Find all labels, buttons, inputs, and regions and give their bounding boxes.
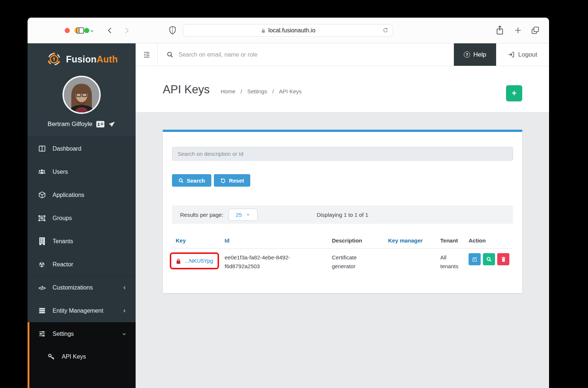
trash-icon — [501, 256, 506, 262]
breadcrumb-home[interactable]: Home — [221, 88, 236, 94]
breadcrumb: Home / Settings / API Keys — [221, 88, 302, 94]
browser-window: local.fusionauth.io — [28, 18, 549, 388]
page-header: API Keys Home / Settings / API Keys + — [136, 66, 549, 112]
question-circle-icon: ? — [464, 51, 470, 58]
undo-icon — [220, 177, 226, 183]
server-icon — [38, 307, 46, 315]
id-cell: ee0e1f3a-fa82-4ebe-8492-f6d8792a2503 — [225, 253, 302, 271]
users-icon — [38, 168, 46, 176]
sidebar-menu-chevron-icon[interactable] — [90, 29, 94, 33]
results-bar: Results per page: 25 Displaying 1 to 1 o… — [172, 205, 513, 224]
nav-label: Customizations — [53, 284, 93, 291]
add-api-key-button[interactable]: + — [506, 85, 522, 101]
code-icon: </> — [38, 284, 46, 292]
sidebar-settings-group: Settings API Keys — [28, 322, 136, 388]
panel-search-input[interactable] — [172, 147, 513, 161]
tab-overview-icon[interactable] — [531, 26, 540, 35]
close-window-button[interactable] — [65, 28, 70, 33]
reload-icon[interactable] — [382, 27, 389, 34]
nav-label: API Keys — [62, 353, 86, 360]
sidebar-toggle-icon[interactable] — [75, 26, 85, 35]
chevron-down-icon — [246, 213, 250, 216]
sliders-icon — [38, 330, 46, 338]
api-keys-panel: Search Reset Results per page: 25 — [163, 130, 522, 293]
sidebar: FusionAuth Bert — [28, 43, 136, 388]
view-key-button[interactable] — [483, 253, 495, 265]
annotation-highlight-box: ...NKU5Ypg — [170, 252, 219, 269]
edit-key-button[interactable] — [469, 253, 481, 265]
sidebar-item-api-keys[interactable]: API Keys — [29, 345, 136, 368]
sidebar-nav: Dashboard Users — [28, 137, 136, 322]
nav-label: Tenants — [53, 238, 73, 245]
nav-label: Applications — [53, 192, 84, 198]
sidebar-item-settings[interactable]: Settings — [29, 322, 136, 345]
api-key-link[interactable]: ...NKU5Ypg — [184, 256, 213, 265]
share-icon[interactable] — [495, 25, 505, 35]
results-per-page-select[interactable]: 25 — [229, 209, 258, 221]
sidebar-item-users[interactable]: Users — [28, 160, 136, 183]
fusionauth-logo-icon — [46, 51, 62, 68]
global-search-input[interactable] — [179, 51, 454, 58]
collapse-sidebar-button[interactable] — [136, 43, 158, 66]
help-label: Help — [473, 51, 486, 58]
reset-button[interactable]: Reset — [214, 174, 250, 187]
radiation-icon: ☢ — [38, 261, 46, 269]
column-header-key[interactable]: Key — [172, 237, 221, 244]
new-tab-icon[interactable] — [514, 26, 522, 35]
url-text: local.fusionauth.io — [268, 27, 315, 34]
back-button[interactable] — [105, 26, 114, 35]
column-header-description: Description — [328, 237, 384, 244]
object-group-icon — [38, 214, 46, 222]
reset-button-label: Reset — [229, 177, 244, 184]
id-card-icon[interactable] — [96, 121, 104, 127]
logout-button[interactable]: Logout — [496, 43, 549, 66]
displaying-text: Displaying 1 to 1 of 1 — [317, 212, 368, 218]
sidebar-item-customizations[interactable]: </> Customizations — [28, 276, 136, 299]
nav-label: Users — [53, 169, 68, 175]
zoom-window-button[interactable] — [84, 28, 89, 33]
logout-label: Logout — [518, 51, 537, 58]
results-per-page-label: Results per page: — [180, 212, 223, 218]
outdent-icon — [143, 51, 151, 59]
breadcrumb-settings[interactable]: Settings — [247, 88, 267, 94]
search-icon — [178, 178, 184, 183]
nav-label: Reactor — [53, 261, 73, 268]
key-icon — [47, 353, 55, 361]
browser-toolbar: local.fusionauth.io — [28, 18, 549, 43]
sidebar-item-entity-management[interactable]: Entity Management — [28, 299, 136, 322]
tls-lock-icon — [261, 28, 266, 33]
breadcrumb-separator: / — [272, 88, 274, 94]
search-button[interactable]: Search — [172, 174, 211, 187]
columns-icon — [38, 145, 46, 153]
nav-label: Settings — [53, 331, 74, 337]
brand-name-secondary: Auth — [97, 54, 118, 64]
sidebar-item-tenants[interactable]: Tenants — [28, 230, 136, 253]
sidebar-item-groups[interactable]: Groups — [28, 206, 136, 230]
building-icon — [38, 237, 46, 245]
chevron-left-icon — [122, 285, 127, 290]
column-header-id[interactable]: Id — [221, 237, 328, 244]
column-header-tenant: Tenant — [437, 237, 465, 244]
search-icon — [486, 256, 492, 262]
content-area: Search Reset Results per page: 25 — [136, 112, 549, 388]
column-header-key-manager[interactable]: Key manager — [384, 237, 437, 244]
delete-key-button[interactable] — [497, 253, 509, 265]
sidebar-item-dashboard[interactable]: Dashboard — [28, 137, 136, 160]
api-keys-table: Key Id Description Key manager Tenant Ac… — [172, 233, 513, 271]
forward-button[interactable] — [122, 26, 131, 35]
edit-icon — [472, 256, 478, 262]
paper-plane-icon[interactable] — [108, 121, 115, 128]
address-bar[interactable]: local.fusionauth.io — [183, 24, 393, 37]
user-avatar — [62, 76, 101, 114]
user-name: Bertram Gilfoyle — [48, 121, 93, 128]
brand-name-primary: Fusion — [66, 54, 97, 64]
nav-label: Dashboard — [53, 146, 81, 152]
page-title: API Keys — [163, 83, 210, 96]
sidebar-item-reactor[interactable]: ☢ Reactor — [28, 253, 136, 276]
app-topbar: ? Help Logout — [136, 43, 549, 66]
sidebar-item-applications[interactable]: Applications — [28, 183, 136, 206]
description-cell: Certificate generator — [332, 253, 372, 271]
search-button-label: Search — [187, 177, 205, 184]
help-button[interactable]: ? Help — [454, 43, 496, 66]
privacy-shield-icon[interactable] — [168, 25, 177, 35]
